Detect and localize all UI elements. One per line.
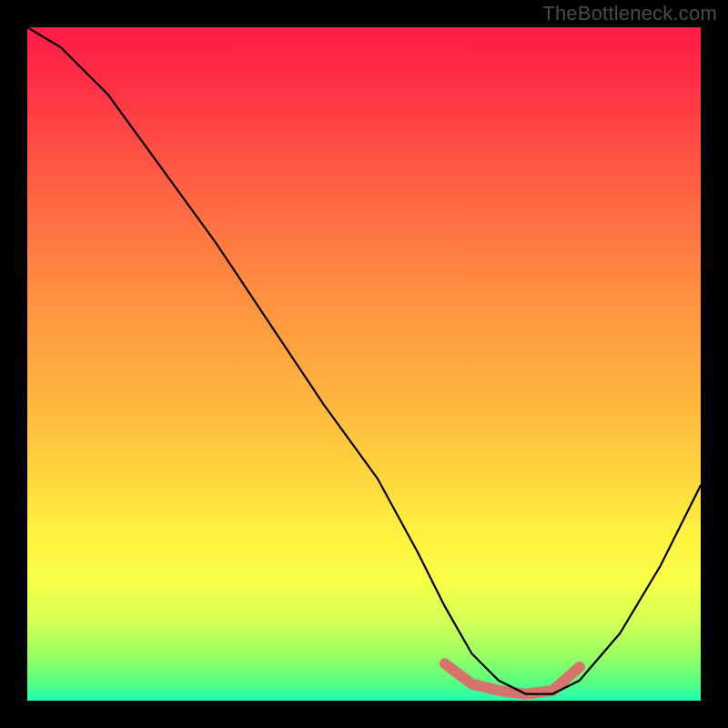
- watermark-text: TheBottleneck.com: [542, 2, 717, 25]
- chart-container: TheBottleneck.com: [0, 0, 728, 728]
- sweet-spot-highlight: [445, 663, 580, 693]
- plot-area: [27, 27, 701, 701]
- bottleneck-curve: [27, 27, 701, 694]
- curve-layer: [27, 27, 701, 701]
